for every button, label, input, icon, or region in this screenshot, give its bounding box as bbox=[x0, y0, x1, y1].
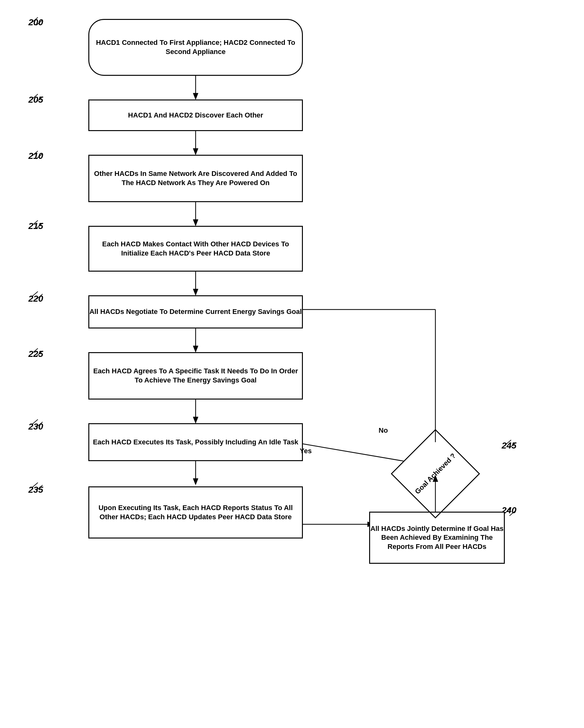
node-245-container: Goal Achieved ? bbox=[401, 439, 470, 509]
step-label-205: 205 bbox=[28, 95, 43, 105]
step-label-200: 200 bbox=[28, 17, 43, 27]
step-label-235: 235 bbox=[28, 485, 43, 495]
node-230: Each HACD Executes Its Task, Possibly In… bbox=[88, 423, 303, 461]
svg-marker-11 bbox=[193, 417, 198, 423]
node-210: Other HACDs In Same Network Are Discover… bbox=[88, 155, 303, 202]
node-start: HACD1 Connected To First Appliance; HACD… bbox=[88, 19, 303, 76]
node-245-label: Goal Achieved ? bbox=[386, 424, 484, 523]
step-label-230: 230 bbox=[28, 422, 43, 432]
node-215: Each HACD Makes Contact With Other HACD … bbox=[88, 226, 303, 271]
step-label-210: 210 bbox=[28, 151, 43, 161]
svg-marker-1 bbox=[193, 93, 198, 100]
node-225: Each HACD Agrees To A Specific Task It N… bbox=[88, 352, 303, 399]
svg-marker-3 bbox=[193, 149, 198, 155]
node-235: Upon Executing Its Task, Each HACD Repor… bbox=[88, 486, 303, 539]
svg-marker-13 bbox=[193, 478, 198, 485]
svg-marker-7 bbox=[193, 289, 198, 295]
node-205: HACD1 And HACD2 Discover Each Other bbox=[88, 100, 303, 131]
no-label: No bbox=[379, 426, 388, 435]
step-label-220: 220 bbox=[28, 294, 43, 304]
flowchart-diagram: 200 HACD1 Connected To First Appliance; … bbox=[0, 0, 584, 728]
yes-label: Yes bbox=[300, 447, 312, 455]
node-220: All HACDs Negotiate To Determine Current… bbox=[88, 295, 303, 329]
step-label-225: 225 bbox=[28, 349, 43, 359]
svg-marker-5 bbox=[193, 219, 198, 226]
svg-marker-9 bbox=[193, 346, 198, 352]
step-label-245: 245 bbox=[502, 441, 517, 451]
step-label-215: 215 bbox=[28, 221, 43, 231]
